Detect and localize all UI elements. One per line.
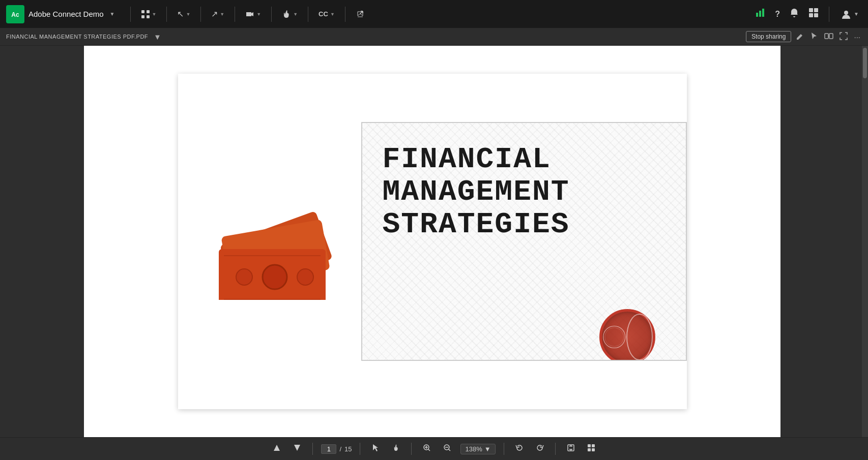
pan-tool-button[interactable] <box>389 442 403 456</box>
pointer-icon: ↗ <box>211 9 218 19</box>
pdf-title-line3: STRATEGIES <box>383 208 666 241</box>
svg-text:Ac: Ac <box>11 11 19 18</box>
bottom-toolbar: / 15 138% ▼ <box>0 437 868 460</box>
select-cursor-button[interactable] <box>368 442 383 456</box>
pdf-viewer: FINANCIAL MANAGEMENT STRATEGIES <box>84 46 780 437</box>
app-name-dropdown-icon[interactable]: ▼ <box>110 11 115 17</box>
share-button[interactable] <box>353 8 368 21</box>
grid-dropdown-arrow: ▼ <box>152 12 157 17</box>
zoom-in-button[interactable] <box>420 442 434 456</box>
toolbar-divider-4 <box>504 443 504 455</box>
nav-divider-4 <box>235 7 235 22</box>
svg-rect-38 <box>588 444 591 447</box>
total-pages: 15 <box>344 445 352 453</box>
zoom-level-text: 138% <box>465 445 482 453</box>
svg-line-35 <box>449 449 451 451</box>
camera-tool-button[interactable]: ▼ <box>242 8 264 21</box>
page-separator: / <box>339 445 341 453</box>
red-circular-stamp <box>599 309 655 361</box>
money-icon-svg <box>193 183 346 300</box>
fit-page-button[interactable] <box>564 442 578 456</box>
main-area: FINANCIAL MANAGEMENT STRATEGIES <box>0 46 868 437</box>
fullscreen-icon[interactable] <box>838 30 849 43</box>
nav-divider-6 <box>308 7 308 22</box>
help-button[interactable]: ? <box>773 8 782 21</box>
user-dropdown-arrow: ▼ <box>854 11 859 17</box>
svg-rect-15 <box>829 34 833 39</box>
stamp-svg <box>602 314 627 360</box>
previous-page-button[interactable] <box>270 442 284 456</box>
more-options-icon[interactable]: ··· <box>852 31 862 43</box>
svg-rect-40 <box>588 448 591 451</box>
zoom-out-button[interactable] <box>440 442 454 456</box>
sync-views-icon[interactable] <box>823 30 835 44</box>
pdf-page: FINANCIAL MANAGEMENT STRATEGIES <box>178 74 687 409</box>
svg-marker-29 <box>373 444 378 451</box>
cursor-icon: ↖ <box>177 9 184 19</box>
toolbar-divider-1 <box>312 443 313 455</box>
stop-sharing-button[interactable]: Stop sharing <box>746 31 791 42</box>
zoom-level-button[interactable]: 138% ▼ <box>460 444 495 454</box>
top-right-divider <box>829 7 829 22</box>
scrollbar-thumb[interactable] <box>863 48 867 78</box>
pointer-dropdown-arrow: ▼ <box>220 12 224 17</box>
cc-dropdown-arrow: ▼ <box>330 12 335 17</box>
toolbar-divider-3 <box>411 443 412 455</box>
pointer-tool-icon[interactable] <box>808 30 820 43</box>
layout-button[interactable] <box>806 6 821 22</box>
hand-tool-button[interactable]: ▼ <box>279 8 301 21</box>
svg-rect-9 <box>809 8 813 12</box>
svg-point-25 <box>603 326 625 348</box>
analytics-button[interactable] <box>754 6 768 22</box>
undo-button[interactable] <box>512 442 527 456</box>
toolbar-divider-5 <box>555 443 556 455</box>
svg-rect-12 <box>814 13 818 17</box>
user-menu-button[interactable]: ▼ <box>837 7 862 22</box>
cursor-tool-button[interactable]: ↖ ▼ <box>174 7 193 21</box>
hand-dropdown-arrow: ▼ <box>293 12 298 17</box>
svg-rect-4 <box>141 15 144 18</box>
svg-rect-5 <box>147 15 150 18</box>
svg-rect-8 <box>762 9 764 17</box>
svg-marker-28 <box>294 445 300 451</box>
svg-rect-23 <box>224 299 321 300</box>
svg-rect-3 <box>147 10 150 13</box>
nav-divider-7 <box>345 7 345 22</box>
next-page-button[interactable] <box>290 442 304 456</box>
pointer-tool-button[interactable]: ↗ ▼ <box>208 7 227 21</box>
redo-button[interactable] <box>533 442 547 456</box>
svg-point-20 <box>263 265 287 289</box>
doc-title-dropdown[interactable]: ▼ <box>152 31 163 43</box>
svg-rect-41 <box>592 448 595 451</box>
nav-divider-3 <box>200 7 201 22</box>
pdf-title-line1: FINANCIAL <box>383 143 666 176</box>
doc-bar-left: FINANCIAL MANAGEMENT STRATEGIES PDF.PDF … <box>6 31 746 43</box>
stamp-text-container: FINANCIAL MANAGEMENT STRATEGIES <box>362 123 686 261</box>
cc-button[interactable]: CC ▼ <box>315 8 338 20</box>
svg-rect-39 <box>592 444 595 447</box>
notifications-button[interactable] <box>787 6 801 22</box>
grid-menu-button[interactable]: ▼ <box>138 8 160 21</box>
svg-point-13 <box>844 11 848 15</box>
svg-point-21 <box>297 269 313 285</box>
svg-rect-2 <box>141 10 144 13</box>
pdf-title-line2: MANAGEMENT <box>383 176 666 208</box>
top-bar-right: ? ▼ <box>754 6 862 22</box>
edit-tool-icon[interactable] <box>794 30 805 43</box>
pdf-money-illustration <box>178 183 361 300</box>
svg-rect-7 <box>759 11 761 17</box>
document-bar: FINANCIAL MANAGEMENT STRATEGIES PDF.PDF … <box>0 28 868 46</box>
vertical-scrollbar[interactable] <box>862 46 868 437</box>
thumbnail-view-button[interactable] <box>584 442 598 456</box>
svg-point-19 <box>236 269 252 285</box>
svg-rect-6 <box>756 13 758 17</box>
current-page-input[interactable] <box>321 444 336 454</box>
svg-rect-11 <box>809 13 813 17</box>
nav-divider-1 <box>130 7 131 22</box>
top-navigation-bar: Ac Adobe Connect Demo ▼ ▼ ↖ ▼ ↗ ▼ ▼ ▼ <box>0 0 868 28</box>
toolbar-divider-2 <box>360 443 360 455</box>
zoom-dropdown-arrow: ▼ <box>484 445 491 453</box>
page-info: / 15 <box>321 444 352 454</box>
document-title: FINANCIAL MANAGEMENT STRATEGIES PDF.PDF <box>6 34 148 40</box>
stamp-box: FINANCIAL MANAGEMENT STRATEGIES <box>361 122 687 361</box>
